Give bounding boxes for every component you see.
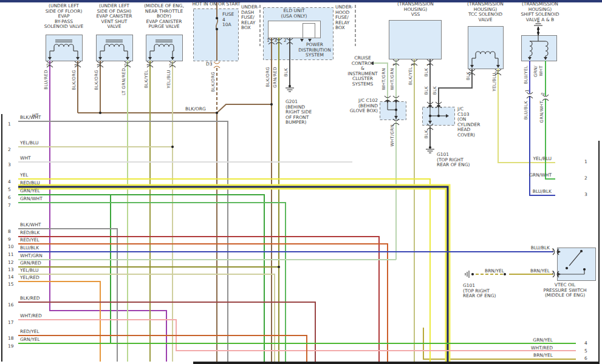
left-row-number: 18 <box>8 336 14 342</box>
wire-color-label: YEL/BLU <box>492 73 497 92</box>
diagram-text: BLU/BLK <box>477 246 550 251</box>
diagram-text: J/C C103 (ON CYLINDER HEAD COVER) <box>457 107 480 138</box>
wire-color-label: WHT <box>539 66 544 76</box>
page-left-border <box>1 114 2 362</box>
diagram-text: ELD UNIT (USA ONLY) <box>258 8 330 19</box>
left-row-label: GRN/RED <box>20 261 41 266</box>
right-row-number: 5 <box>584 349 587 354</box>
left-row-number: 11 <box>8 252 14 258</box>
wire-color-label: WHT/GRN <box>390 68 395 90</box>
diagram-text: G101 (TOP RIGHT REAR OF ENG) <box>437 152 470 168</box>
left-row-label: BLK/WHT <box>20 223 41 228</box>
junction-dot <box>566 267 568 269</box>
wire-color-label: BLK <box>424 68 429 76</box>
junction-dot <box>270 103 273 106</box>
junction-dot <box>99 112 101 114</box>
left-row-number: 13 <box>8 268 14 273</box>
vss-box <box>389 21 442 59</box>
wire <box>18 274 275 362</box>
right-row-number: 3 <box>584 192 587 198</box>
diagram-text: (MIDDLE OF ENG, NEAR THROTTLE BODY) EVAP… <box>128 4 200 30</box>
wire <box>18 179 430 362</box>
wire-color-label: BLK/YEL <box>144 70 149 88</box>
wire-color-label: BLU/YEL <box>524 66 528 84</box>
wire-color-label: WHT/GRN <box>390 124 395 146</box>
left-row-number: 17 <box>8 320 14 326</box>
left-row-label: GRN/YEL <box>20 337 40 343</box>
left-row-number: 5 <box>8 187 11 193</box>
diagram-text: BLK/ORG <box>185 107 206 112</box>
junction-dot <box>537 28 539 30</box>
wire-color-label: YEL/BLU <box>166 70 171 89</box>
diagram-text: CRUISE CONTROL & INSTRUMENT CLUSTER SYST… <box>326 56 399 87</box>
left-row-label: RED/BLU <box>20 181 40 186</box>
wire-color-label: 1 <box>525 89 530 92</box>
diagram-text: D3 <box>206 62 213 67</box>
left-row-number: 2 <box>8 147 11 153</box>
wire <box>50 61 166 362</box>
left-row-label: YEL/BLU <box>20 141 38 146</box>
wire-color-label: 2 <box>411 63 416 66</box>
junction-dot <box>289 85 291 87</box>
wire-color-label: BLK/ORG <box>94 70 99 90</box>
diagram-text: 1 <box>267 38 270 44</box>
left-row-number: 1 <box>8 122 11 127</box>
wire-color-label: 2 <box>124 63 129 66</box>
diagram-text: 2 <box>552 271 555 276</box>
eld-notch <box>303 24 315 38</box>
right-row-label: GRN/WHT <box>525 173 552 178</box>
left-row-number: 14 <box>8 275 14 280</box>
wire-color-label: WHT/GRN <box>381 68 386 90</box>
connector-icon <box>214 66 220 68</box>
wire <box>18 335 307 362</box>
right-row-number: 4 <box>584 341 587 346</box>
wire-color-label: BLK <box>433 86 437 95</box>
right-row-label: GRN/YEL <box>526 338 553 343</box>
left-row-number: 19 <box>8 344 14 349</box>
left-row-label: GRN/YEL <box>20 189 40 194</box>
left-row-label: RED/YEL <box>20 329 39 335</box>
junction-dot <box>216 112 218 114</box>
wire-color-label: BLK/YEL <box>408 67 413 85</box>
wire-color-label: 2 <box>494 71 499 74</box>
junction-dot <box>437 115 440 117</box>
wire <box>546 99 555 179</box>
left-row-label: BLK/WHT <box>20 115 41 121</box>
wire-color-label: 1 <box>426 63 431 66</box>
diagram-text: G201 (BEHIND RIGHT SIDE OF FRONT BUMPER) <box>286 99 312 126</box>
left-row-number: 6 <box>8 195 11 201</box>
wire-color-label: BLK <box>424 86 429 95</box>
junction-dot <box>537 32 539 34</box>
wire <box>18 281 100 362</box>
left-row-number: 10 <box>8 244 14 250</box>
wiring-diagram-page: (UNDER LEFT SIDE OF FLOOR) EVAP BY-PASS … <box>0 0 602 364</box>
left-row-label: YEL/RED <box>20 275 39 281</box>
left-row-label: WHT/RED <box>20 314 42 319</box>
junction-dot <box>429 146 431 149</box>
right-row-number: 2 <box>584 176 587 181</box>
wire <box>78 104 272 113</box>
junction-dot <box>278 266 280 268</box>
diagram-text: (TRANSMISSION HOUSING) SHIFT SOLENOID VA… <box>504 2 576 22</box>
left-row-label: BLU/BLK <box>20 246 39 251</box>
right-row-label: YEL/BLU <box>525 157 552 162</box>
left-row-label: GRN/WHT <box>20 197 43 202</box>
diagram-text: 3 <box>274 38 277 44</box>
diagram-text: 1 <box>552 248 555 254</box>
page-bottom-border <box>193 362 600 364</box>
wire-color-label: 2 <box>46 63 51 66</box>
diagram-text: UNDER- HOOD FUSE/ RELAY BOX <box>335 5 353 31</box>
junction-dot <box>429 115 431 117</box>
left-row-label: RED/YEL <box>20 238 39 243</box>
wire-color-label: BLK <box>424 130 429 138</box>
diagram-text: FUSE 4 10A <box>222 12 234 28</box>
junction-dot <box>395 109 397 111</box>
right-row-number: 6 <box>584 356 587 362</box>
left-row-number: 4 <box>8 180 11 185</box>
left-row-number: 9 <box>8 237 11 243</box>
connector-icon <box>214 62 220 64</box>
left-row-number: 3 <box>8 163 11 168</box>
wire-color-label: GRN/ <box>533 66 538 77</box>
right-row-number: 1 <box>584 160 587 165</box>
diagram-text: J/C C102 (BEHIND GLOVE BOX) <box>305 98 378 114</box>
